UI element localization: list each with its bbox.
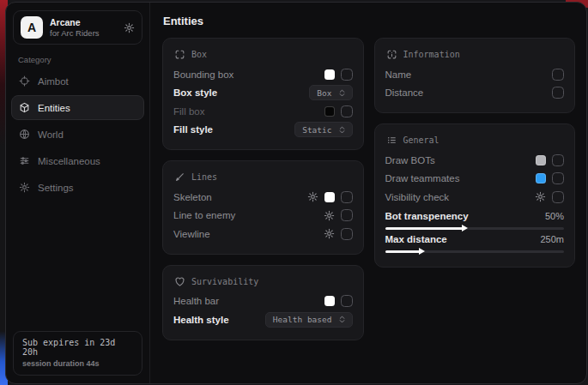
viewline-checkbox[interactable] (341, 228, 353, 240)
page-title: Entities (163, 15, 575, 27)
name-checkbox[interactable] (552, 69, 564, 81)
panel-title: Information (403, 50, 460, 59)
panel-box: BoxBounding boxBox styleBoxFill boxFill … (162, 38, 364, 150)
setting-controls (307, 191, 353, 203)
skeleton-settings-gear-icon[interactable] (307, 191, 318, 202)
draw-teammates-color-swatch[interactable] (536, 173, 546, 183)
setting-label: Line to enemy (173, 210, 235, 220)
distance-checkbox[interactable] (552, 87, 564, 99)
setting-row-visibility-check: Visibility check (385, 188, 565, 207)
draw-bots-color-swatch[interactable] (536, 155, 546, 165)
setting-label: Fill style (173, 124, 213, 135)
draw-bots-checkbox[interactable] (552, 154, 564, 166)
sidebar-item-label: Entities (38, 103, 70, 113)
visibility-check-checkbox[interactable] (552, 191, 564, 203)
setting-row-draw-bots: Draw BOTs (385, 151, 565, 170)
panel-title: Survivability (191, 277, 258, 286)
sidebar-nav: AimbotEntitiesWorldMiscellaneousSettings (6, 68, 149, 201)
setting-controls (324, 69, 353, 81)
health-style-dropdown[interactable]: Health based (265, 312, 353, 328)
dropdown-value: Box (317, 88, 331, 98)
slider-head-bot-transpenency: Bot transpenency50% (385, 211, 565, 221)
info-icon (386, 49, 397, 60)
sliders-icon (19, 155, 30, 166)
setting-label: Draw teammates (385, 173, 460, 183)
setting-controls (324, 228, 353, 240)
sidebar-item-label: World (38, 129, 64, 140)
panel-survivability: SurvivabilityHealth barHealth styleHealt… (162, 265, 364, 340)
bounding-box-color-swatch[interactable] (324, 69, 335, 80)
setting-label: Health style (173, 315, 229, 325)
draw-teammates-checkbox[interactable] (552, 172, 564, 184)
right-column: InformationNameDistanceGeneralDraw BOTsD… (374, 38, 576, 268)
sidebar-item-world[interactable]: World (11, 122, 144, 147)
app-subtitle: for Arc Riders (50, 28, 117, 38)
dropdown-value: Static (302, 125, 331, 135)
sidebar-item-settings[interactable]: Settings (11, 175, 144, 200)
viewline-settings-gear-icon[interactable] (324, 228, 335, 239)
chevrons-updown-icon (337, 88, 347, 98)
fill-style-dropdown[interactable]: Static (294, 122, 352, 137)
panel-title: Box (191, 50, 207, 59)
panel-header-box: Box (174, 49, 353, 60)
fill-box-color-swatch[interactable] (324, 106, 335, 117)
setting-controls: Health based (265, 312, 353, 328)
bot-transpenency-slider-fill (385, 227, 464, 230)
sidebar-item-aimbot[interactable]: Aimbot (11, 69, 144, 93)
app-logo-letter: A (27, 21, 36, 34)
health-bar-checkbox[interactable] (341, 295, 353, 307)
max-distance-slider[interactable] (385, 250, 565, 253)
setting-row-skeleton: Skeleton (173, 188, 353, 207)
app-title: Arcane (50, 17, 117, 27)
setting-controls (324, 105, 353, 117)
panel-header-information: Information (386, 49, 565, 60)
setting-controls (536, 154, 564, 166)
setting-controls: Box (309, 85, 352, 100)
bounding-box-checkbox[interactable] (341, 69, 353, 81)
setting-row-draw-teammates: Draw teammates (385, 170, 565, 189)
logo-text: Arcane for Arc Riders (50, 17, 117, 38)
bot-transpenency-value: 50% (545, 211, 564, 221)
sidebar: A Arcane for Arc Riders Category AimbotE… (6, 3, 150, 383)
setting-row-health-style: Health styleHealth based (173, 310, 353, 329)
setting-row-fill-style: Fill styleStatic (173, 121, 353, 140)
skeleton-color-swatch[interactable] (324, 192, 335, 202)
sidebar-item-miscellaneous[interactable]: Miscellaneous (11, 148, 144, 173)
panel-columns: BoxBounding boxBox styleBoxFill boxFill … (162, 38, 575, 340)
setting-row-line-to-enemy: Line to enemy (173, 207, 353, 226)
setting-controls (535, 191, 564, 203)
panel-title: General (403, 135, 439, 145)
setting-label: Visibility check (385, 192, 450, 202)
bot-transpenency-slider-thumb[interactable] (462, 225, 468, 232)
panel-title: Lines (191, 172, 217, 182)
sub-expiry-text: Sub expires in 23d 20h (22, 338, 133, 357)
sidebar-item-label: Miscellaneous (38, 156, 100, 166)
health-bar-color-swatch[interactable] (324, 296, 335, 306)
visibility-check-settings-gear-icon[interactable] (535, 191, 546, 202)
line-to-enemy-checkbox[interactable] (341, 209, 353, 221)
panel-header-general: General (386, 135, 565, 146)
panel-header-lines: Lines (174, 171, 353, 183)
setting-row-health-bar: Health bar (173, 292, 353, 311)
setting-controls: Static (294, 122, 352, 137)
setting-controls (552, 87, 564, 99)
category-label: Category (18, 55, 149, 64)
bot-transpenency-slider[interactable] (385, 227, 565, 230)
setting-row-bounding-box: Bounding box (173, 65, 353, 84)
sidebar-item-label: Settings (38, 183, 74, 193)
sidebar-item-entities[interactable]: Entities (11, 95, 144, 120)
setting-row-distance: Distance (385, 84, 565, 103)
setting-label: Bot transpenency (385, 211, 469, 221)
setting-controls (536, 172, 564, 184)
panel-general: GeneralDraw BOTsDraw teammatesVisibility… (374, 123, 576, 268)
app-window: A Arcane for Arc Riders Category AimbotE… (5, 2, 587, 384)
entities-icon (19, 102, 30, 113)
max-distance-slider-thumb[interactable] (419, 248, 425, 255)
skeleton-checkbox[interactable] (341, 191, 353, 203)
line-to-enemy-settings-gear-icon[interactable] (324, 210, 335, 221)
fill-box-checkbox[interactable] (341, 105, 353, 117)
account-gear-icon[interactable] (124, 22, 135, 33)
box-style-dropdown[interactable]: Box (309, 85, 352, 100)
chevrons-updown-icon (337, 125, 347, 135)
slider-head-max-distance: Max distance250m (385, 234, 565, 244)
